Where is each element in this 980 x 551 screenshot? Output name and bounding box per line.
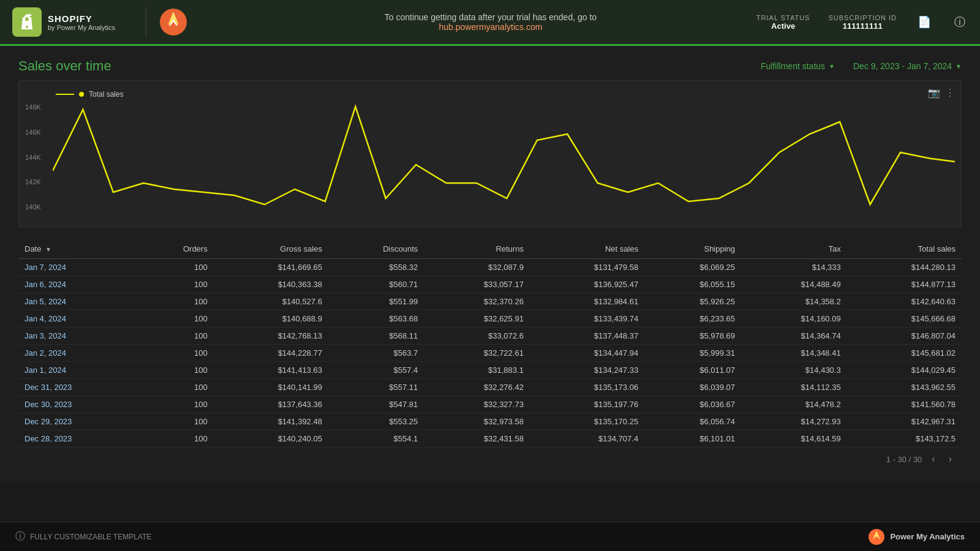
cell-returns: $33,072.6 <box>424 328 530 345</box>
cell-tax: $14,430.3 <box>741 362 847 379</box>
cell-orders: 100 <box>139 345 213 362</box>
table-pagination: 1 - 30 / 30 ‹ › <box>18 448 962 471</box>
cell-date[interactable]: Dec 28, 2023 <box>18 430 139 448</box>
cell-tax: $14,478.2 <box>741 396 847 413</box>
footer-left: ⓘ FULLY CUSTOMIZABLE TEMPLATE <box>15 530 151 543</box>
cell-net: $134,447.94 <box>530 345 644 362</box>
cell-net: $135,170.25 <box>530 413 644 430</box>
trial-status-block: TRIAL STATUS Active <box>756 14 810 31</box>
cell-date[interactable]: Jan 3, 2024 <box>18 328 139 345</box>
cell-tax: $14,112.35 <box>741 379 847 396</box>
cell-gross: $141,392.48 <box>214 413 328 430</box>
table-row: Jan 6, 2024 100 $140,363.38 $560.71 $33,… <box>18 276 962 293</box>
cell-date[interactable]: Jan 5, 2024 <box>18 293 139 310</box>
cell-total: $145,666.68 <box>847 310 962 328</box>
y-label-142k: 142K <box>25 178 44 186</box>
subscription-block: SUBSCRIPTION ID 111111111 <box>828 14 897 31</box>
cell-returns: $32,722.61 <box>424 345 530 362</box>
cell-gross: $140,141.99 <box>214 379 328 396</box>
cell-discounts: $563.68 <box>328 310 424 328</box>
cell-net: $131,479.58 <box>530 259 644 276</box>
trial-link[interactable]: hub.powermyanalytics.com <box>439 22 543 32</box>
cell-orders: 100 <box>139 276 213 293</box>
cell-date[interactable]: Dec 29, 2023 <box>18 413 139 430</box>
cell-date[interactable]: Jan 7, 2024 <box>18 259 139 276</box>
cell-total: $144,877.13 <box>847 276 962 293</box>
col-discounts[interactable]: Discounts <box>328 239 424 259</box>
chart-toolbar: 📷 ⋮ <box>928 87 955 99</box>
table-row: Jan 7, 2024 100 $141,669.65 $558.32 $32,… <box>18 259 962 276</box>
info-icon: ⓘ <box>15 530 25 543</box>
table-row: Dec 31, 2023 100 $140,141.99 $557.11 $32… <box>18 379 962 396</box>
y-axis: 148K 146K 144K 142K 140K <box>25 103 44 211</box>
fulfillment-filter-label: Fulfillment status <box>761 61 825 71</box>
cell-date[interactable]: Jan 4, 2024 <box>18 310 139 328</box>
col-net[interactable]: Net sales <box>530 239 644 259</box>
legend-label: Total sales <box>89 90 124 99</box>
chart-export-icon[interactable]: 📷 <box>928 87 940 99</box>
cell-date[interactable]: Jan 2, 2024 <box>18 345 139 362</box>
pagination-prev[interactable]: ‹ <box>928 452 938 466</box>
trial-status-value: Active <box>771 21 795 31</box>
col-returns[interactable]: Returns <box>424 239 530 259</box>
cell-total: $145,681.02 <box>847 345 962 362</box>
cell-shipping: $6,069.25 <box>644 259 741 276</box>
cell-total: $144,029.45 <box>847 362 962 379</box>
cell-shipping: $6,056.74 <box>644 413 741 430</box>
chart-title: Sales over time <box>18 58 111 74</box>
pagination-next[interactable]: › <box>945 452 956 466</box>
table-row: Jan 4, 2024 100 $140,688.9 $563.68 $32,6… <box>18 310 962 328</box>
header-right: TRIAL STATUS Active SUBSCRIPTION ID 1111… <box>756 12 968 32</box>
cell-net: $135,173.06 <box>530 379 644 396</box>
help-icon-button[interactable]: ⓘ <box>952 12 968 32</box>
cell-total: $142,640.63 <box>847 293 962 310</box>
cell-orders: 100 <box>139 430 213 448</box>
cell-discounts: $547.81 <box>328 396 424 413</box>
table-wrapper: Date ▼ Orders Gross sales Discounts Retu… <box>18 239 962 471</box>
table-row: Jan 3, 2024 100 $142,768.13 $568.11 $33,… <box>18 328 962 345</box>
cell-date[interactable]: Jan 1, 2024 <box>18 362 139 379</box>
cell-gross: $140,527.6 <box>214 293 328 310</box>
table-header: Date ▼ Orders Gross sales Discounts Retu… <box>18 239 962 259</box>
cell-shipping: $6,039.07 <box>644 379 741 396</box>
cell-tax: $14,333 <box>741 259 847 276</box>
document-icon-button[interactable]: 📄 <box>915 13 933 31</box>
date-range-dropdown[interactable]: Dec 9, 2023 - Jan 7, 2024 ▼ <box>853 61 962 71</box>
cell-orders: 100 <box>139 379 213 396</box>
fulfillment-filter-dropdown[interactable]: Fulfillment status ▼ <box>761 61 835 71</box>
cell-date[interactable]: Dec 31, 2023 <box>18 379 139 396</box>
cell-discounts: $558.32 <box>328 259 424 276</box>
chart-controls: Fulfillment status ▼ Dec 9, 2023 - Jan 7… <box>761 61 962 71</box>
col-gross[interactable]: Gross sales <box>214 239 328 259</box>
col-tax[interactable]: Tax <box>741 239 847 259</box>
cell-net: $134,247.33 <box>530 362 644 379</box>
chart-menu-icon[interactable]: ⋮ <box>945 87 955 99</box>
col-total[interactable]: Total sales <box>847 239 962 259</box>
shopify-subtitle: by Power My Analytics <box>48 24 115 31</box>
cell-date[interactable]: Dec 30, 2023 <box>18 396 139 413</box>
cell-discounts: $554.1 <box>328 430 424 448</box>
cell-total: $146,807.04 <box>847 328 962 345</box>
cell-discounts: $563.7 <box>328 345 424 362</box>
cell-discounts: $557.4 <box>328 362 424 379</box>
cell-returns: $32,625.91 <box>424 310 530 328</box>
cell-gross: $137,643.36 <box>214 396 328 413</box>
cell-date[interactable]: Jan 6, 2024 <box>18 276 139 293</box>
col-orders[interactable]: Orders <box>139 239 213 259</box>
shopify-logo: SHOPIFY by Power My Analytics <box>12 7 115 37</box>
header: SHOPIFY by Power My Analytics To continu… <box>0 0 980 46</box>
cell-returns: $32,370.26 <box>424 293 530 310</box>
col-date[interactable]: Date ▼ <box>18 239 139 259</box>
cell-tax: $14,488.49 <box>741 276 847 293</box>
y-label-144k: 144K <box>25 154 44 161</box>
customize-label: FULLY CUSTOMIZABLE TEMPLATE <box>30 533 151 541</box>
table-body: Jan 7, 2024 100 $141,669.65 $558.32 $32,… <box>18 259 962 448</box>
cell-orders: 100 <box>139 310 213 328</box>
cell-shipping: $5,999.31 <box>644 345 741 362</box>
cell-total: $142,967.31 <box>847 413 962 430</box>
table-row: Dec 28, 2023 100 $140,240.05 $554.1 $32,… <box>18 430 962 448</box>
cell-returns: $32,087.9 <box>424 259 530 276</box>
cell-shipping: $6,055.15 <box>644 276 741 293</box>
chart-legend: Total sales <box>56 90 955 99</box>
col-shipping[interactable]: Shipping <box>644 239 741 259</box>
